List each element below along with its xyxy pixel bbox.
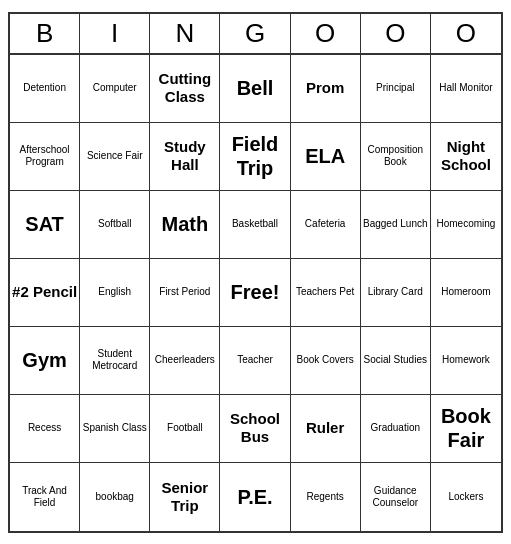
bingo-card: BINGOOO DetentionComputerCutting ClassBe… [8, 12, 503, 533]
header-cell-2: N [150, 14, 220, 53]
cell-26: Library Card [361, 259, 431, 327]
cell-text-13: Night School [433, 138, 499, 174]
cell-text-7: Afterschool Program [12, 144, 77, 168]
cell-23: First Period [150, 259, 220, 327]
cell-38: School Bus [220, 395, 290, 463]
cell-5: Principal [361, 55, 431, 123]
cell-2: Cutting Class [150, 55, 220, 123]
cell-text-41: Book Fair [433, 404, 499, 452]
cell-31: Teacher [220, 327, 290, 395]
cell-20: Homecoming [431, 191, 501, 259]
cell-text-4: Prom [306, 79, 344, 97]
cell-28: Gym [10, 327, 80, 395]
cell-17: Basketball [220, 191, 290, 259]
cell-text-27: Homeroom [441, 286, 490, 298]
cell-text-2: Cutting Class [152, 70, 217, 106]
cell-43: bookbag [80, 463, 150, 531]
cell-7: Afterschool Program [10, 123, 80, 191]
cell-text-44: Senior Trip [152, 479, 217, 515]
cell-text-21: #2 Pencil [12, 283, 77, 301]
cell-3: Bell [220, 55, 290, 123]
cell-text-39: Ruler [306, 419, 344, 437]
cell-1: Computer [80, 55, 150, 123]
cell-text-42: Track And Field [12, 485, 77, 509]
cell-text-15: Softball [98, 218, 131, 230]
cell-48: Lockers [431, 463, 501, 531]
cell-13: Night School [431, 123, 501, 191]
cell-4: Prom [291, 55, 361, 123]
bingo-grid: DetentionComputerCutting ClassBellPromPr… [10, 55, 501, 531]
header-cell-4: O [291, 14, 361, 53]
cell-22: English [80, 259, 150, 327]
cell-39: Ruler [291, 395, 361, 463]
cell-text-48: Lockers [448, 491, 483, 503]
cell-19: Bagged Lunch [361, 191, 431, 259]
cell-25: Teachers Pet [291, 259, 361, 327]
cell-text-0: Detention [23, 82, 66, 94]
cell-42: Track And Field [10, 463, 80, 531]
cell-text-11: ELA [305, 144, 345, 168]
cell-text-12: Composition Book [363, 144, 428, 168]
cell-text-30: Cheerleaders [155, 354, 215, 366]
cell-text-14: SAT [25, 212, 64, 236]
cell-text-43: bookbag [96, 491, 134, 503]
cell-text-38: School Bus [222, 410, 287, 446]
cell-8: Science Fair [80, 123, 150, 191]
cell-text-25: Teachers Pet [296, 286, 354, 298]
cell-40: Graduation [361, 395, 431, 463]
cell-27: Homeroom [431, 259, 501, 327]
header-cell-3: G [220, 14, 290, 53]
cell-34: Homework [431, 327, 501, 395]
cell-text-26: Library Card [368, 286, 423, 298]
cell-text-19: Bagged Lunch [363, 218, 428, 230]
cell-14: SAT [10, 191, 80, 259]
cell-37: Football [150, 395, 220, 463]
cell-text-40: Graduation [371, 422, 420, 434]
cell-text-33: Social Studies [364, 354, 427, 366]
cell-text-20: Homecoming [436, 218, 495, 230]
cell-text-23: First Period [159, 286, 210, 298]
cell-11: ELA [291, 123, 361, 191]
cell-36: Spanish Class [80, 395, 150, 463]
header-cell-6: O [431, 14, 501, 53]
cell-16: Math [150, 191, 220, 259]
cell-10: Field Trip [220, 123, 290, 191]
cell-44: Senior Trip [150, 463, 220, 531]
cell-41: Book Fair [431, 395, 501, 463]
header-cell-5: O [361, 14, 431, 53]
cell-text-10: Field Trip [222, 132, 287, 180]
cell-18: Cafeteria [291, 191, 361, 259]
cell-6: Hall Monitor [431, 55, 501, 123]
cell-text-1: Computer [93, 82, 137, 94]
cell-text-3: Bell [237, 76, 274, 100]
cell-text-22: English [98, 286, 131, 298]
cell-15: Softball [80, 191, 150, 259]
cell-text-37: Football [167, 422, 203, 434]
header-cell-0: B [10, 14, 80, 53]
cell-30: Cheerleaders [150, 327, 220, 395]
cell-text-6: Hall Monitor [439, 82, 492, 94]
cell-33: Social Studies [361, 327, 431, 395]
cell-text-18: Cafeteria [305, 218, 346, 230]
cell-text-29: Student Metrocard [82, 348, 147, 372]
cell-0: Detention [10, 55, 80, 123]
cell-9: Study Hall [150, 123, 220, 191]
cell-text-16: Math [162, 212, 209, 236]
cell-46: Regents [291, 463, 361, 531]
cell-24: Free! [220, 259, 290, 327]
cell-12: Composition Book [361, 123, 431, 191]
cell-text-9: Study Hall [152, 138, 217, 174]
cell-text-5: Principal [376, 82, 414, 94]
cell-text-17: Basketball [232, 218, 278, 230]
cell-text-35: Recess [28, 422, 61, 434]
header-cell-1: I [80, 14, 150, 53]
cell-21: #2 Pencil [10, 259, 80, 327]
cell-text-36: Spanish Class [83, 422, 147, 434]
cell-45: P.E. [220, 463, 290, 531]
cell-text-46: Regents [307, 491, 344, 503]
cell-text-47: Guidance Counselor [363, 485, 428, 509]
cell-text-24: Free! [231, 280, 280, 304]
cell-32: Book Covers [291, 327, 361, 395]
cell-text-32: Book Covers [297, 354, 354, 366]
cell-29: Student Metrocard [80, 327, 150, 395]
